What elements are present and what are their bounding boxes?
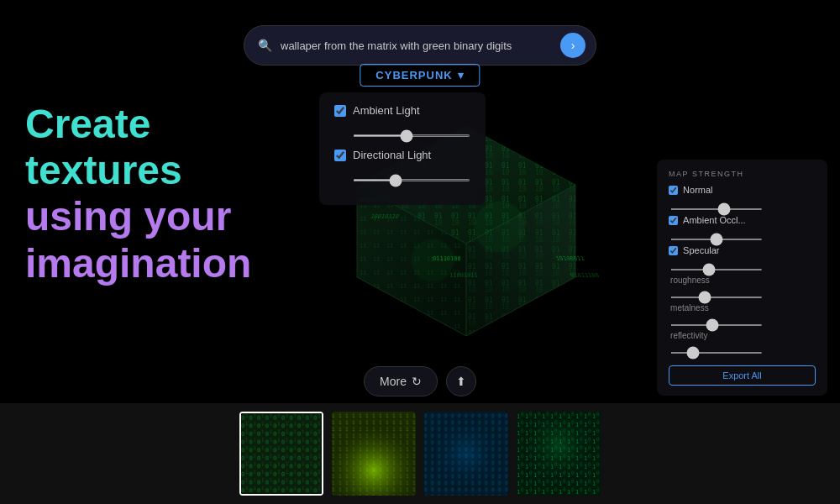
search-input[interactable] bbox=[281, 39, 560, 52]
ambient-light-slider[interactable] bbox=[353, 134, 470, 137]
svg-text:10010110: 10010110 bbox=[370, 213, 401, 220]
refresh-icon: ↻ bbox=[412, 375, 422, 388]
roughness-label: roughness bbox=[670, 276, 816, 285]
thumbnail-4[interactable]: 1 0 bbox=[517, 412, 601, 496]
normal-map-checkbox[interactable] bbox=[669, 186, 678, 195]
search-submit-button[interactable]: › bbox=[560, 33, 585, 58]
share-button[interactable]: ⬆ bbox=[446, 366, 476, 396]
thumbnail-1[interactable]: 0 1 bbox=[239, 412, 323, 496]
map-strength-title: MAP STRENGTH bbox=[669, 170, 816, 178]
metalness-label: metalness bbox=[670, 303, 816, 312]
svg-text:10100011: 10100011 bbox=[554, 255, 585, 262]
search-bar: 🔍 › bbox=[244, 25, 596, 66]
style-label: CYBERPUNK bbox=[375, 69, 452, 81]
svg-point-24 bbox=[412, 239, 454, 281]
share-icon: ⬆ bbox=[456, 375, 466, 388]
ambient-occlusion-slider[interactable] bbox=[670, 239, 763, 240]
svg-text:01011100: 01011100 bbox=[570, 271, 601, 279]
action-buttons: More ↻ ⬆ bbox=[364, 366, 476, 396]
normal-map-slider[interactable] bbox=[670, 208, 763, 210]
ambient-light-label: Ambient Light bbox=[353, 104, 420, 117]
normal-map-label: Normal bbox=[683, 185, 712, 195]
thumbnails-strip: 0 1 1 bbox=[0, 403, 840, 504]
thumbnail-2[interactable]: 1 bbox=[332, 412, 416, 496]
cyberpunk-style-button[interactable]: CYBERPUNK ▾ bbox=[360, 64, 480, 87]
svg-point-23 bbox=[475, 202, 525, 252]
ambient-occlusion-checkbox[interactable] bbox=[669, 216, 678, 225]
directional-light-label: Directional Light bbox=[353, 149, 431, 161]
export-all-button[interactable]: Export All bbox=[669, 365, 816, 386]
hero-line1: Create bbox=[25, 102, 150, 146]
specular-checkbox[interactable] bbox=[669, 246, 678, 255]
thumbnail-3[interactable]: 0 bbox=[424, 412, 508, 496]
svg-rect-33 bbox=[332, 412, 416, 496]
hero-line2: textures bbox=[25, 148, 182, 192]
directional-light-checkbox[interactable] bbox=[334, 150, 346, 161]
roughness-slider[interactable] bbox=[670, 297, 763, 298]
specular-slider[interactable] bbox=[670, 269, 763, 270]
directional-light-slider[interactable] bbox=[353, 179, 470, 181]
style-tag-container: CYBERPUNK ▾ bbox=[360, 64, 480, 87]
specular-label: Specular bbox=[683, 245, 719, 255]
more-button[interactable]: More ↻ bbox=[364, 366, 438, 396]
reflectivity-label: reflectivity bbox=[670, 331, 816, 340]
hero-text: Create textures using your imagination bbox=[25, 101, 251, 286]
search-icon: 🔍 bbox=[258, 39, 272, 52]
reflectivity-slider[interactable] bbox=[670, 352, 763, 354]
ambient-light-checkbox[interactable] bbox=[334, 105, 346, 117]
map-strength-panel: MAP STRENGTH Normal Ambient Occl... Spec… bbox=[657, 160, 827, 396]
ambient-occlusion-label: Ambient Occl... bbox=[683, 215, 746, 225]
svg-text:11001011: 11001011 bbox=[449, 272, 478, 279]
chevron-down-icon: ▾ bbox=[458, 69, 465, 81]
svg-rect-42 bbox=[517, 412, 601, 496]
lighting-panel: Ambient Light Directional Light bbox=[319, 92, 486, 205]
hero-line4: imagination bbox=[25, 241, 251, 286]
metalness-slider[interactable] bbox=[670, 324, 763, 326]
hero-line3: using your bbox=[25, 194, 231, 239]
svg-rect-29 bbox=[241, 413, 322, 494]
more-label: More bbox=[380, 375, 407, 388]
svg-rect-37 bbox=[424, 412, 508, 496]
